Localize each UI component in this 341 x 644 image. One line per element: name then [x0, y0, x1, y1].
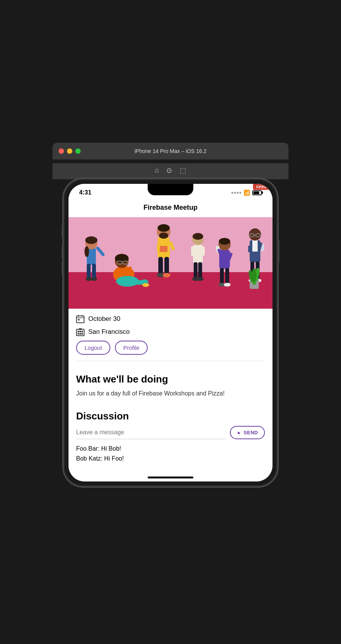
- date-row: October 30: [76, 315, 265, 323]
- svg-rect-48: [225, 268, 229, 285]
- chat-messages: Foo Bar: Hi Bob! Bob Katz: Hi Foo!: [76, 445, 265, 462]
- svg-point-10: [91, 277, 97, 281]
- svg-rect-37: [194, 262, 198, 279]
- send-label: SEND: [244, 430, 258, 435]
- svg-rect-29: [164, 257, 169, 275]
- minimize-dot[interactable]: [67, 148, 72, 154]
- rotate-icon[interactable]: ⬚: [180, 166, 186, 175]
- send-icon: ►: [237, 430, 241, 435]
- svg-point-24: [158, 224, 170, 232]
- status-bar: 4:31 📶 DEBUG: [69, 184, 272, 199]
- svg-point-50: [224, 283, 231, 287]
- what-body: Join us for a day full of Firebase Works…: [76, 389, 265, 398]
- hero-image: [69, 217, 272, 309]
- svg-rect-72: [78, 319, 80, 320]
- svg-rect-77: [78, 333, 79, 335]
- svg-point-43: [219, 238, 230, 245]
- svg-rect-35: [191, 246, 194, 256]
- profile-button[interactable]: Profile: [115, 341, 148, 355]
- send-button[interactable]: ► SEND: [230, 426, 265, 439]
- svg-point-31: [163, 273, 170, 277]
- svg-rect-8: [92, 264, 96, 279]
- svg-rect-68: [76, 316, 84, 323]
- logout-button[interactable]: Logout: [76, 341, 110, 355]
- svg-rect-28: [158, 257, 163, 275]
- signal-dot-1: [231, 192, 233, 194]
- signal-dots: [231, 192, 241, 194]
- iphone-frame: 4:31 📶 DEBUG Firebase Meetup: [64, 179, 277, 486]
- fullscreen-dot[interactable]: [75, 148, 81, 154]
- app-title: Firebase Meetup: [143, 204, 198, 211]
- home-indicator: [69, 473, 272, 481]
- mac-toolbar: ⌂ ⊙ ⬚: [53, 163, 288, 179]
- svg-point-40: [197, 277, 204, 281]
- home-icon[interactable]: ⌂: [155, 166, 159, 175]
- svg-point-4: [85, 236, 97, 244]
- mac-window-controls[interactable]: [59, 148, 81, 154]
- svg-rect-47: [220, 268, 224, 285]
- svg-point-34: [193, 233, 203, 240]
- status-icons: 📶: [231, 190, 262, 196]
- svg-rect-75: [80, 331, 81, 332]
- signal-dot-4: [239, 192, 241, 194]
- calendar-icon: [76, 315, 84, 323]
- what-heading: What we'll be doing: [76, 373, 265, 385]
- action-buttons: Logout Profile: [76, 341, 265, 355]
- home-bar: [148, 477, 193, 478]
- message-input[interactable]: [76, 426, 226, 439]
- svg-rect-36: [202, 246, 205, 256]
- svg-rect-32: [193, 245, 203, 263]
- message-input-row: ► SEND: [76, 426, 265, 439]
- hero-illustration: [69, 217, 272, 309]
- event-location: San Francisco: [88, 328, 130, 336]
- location-row: San Francisco: [76, 328, 265, 336]
- chat-message-1: Foo Bar: Hi Bob!: [76, 445, 265, 452]
- what-section: What we'll be doing Join us for a day fu…: [69, 373, 272, 410]
- svg-rect-73: [76, 329, 84, 336]
- svg-point-9: [86, 277, 92, 281]
- event-details: October 30 San Francisco Logout Profile: [69, 309, 272, 373]
- svg-rect-26: [157, 244, 160, 252]
- svg-rect-59: [248, 245, 251, 252]
- iphone-screen: 4:31 📶 DEBUG Firebase Meetup: [69, 184, 272, 481]
- svg-rect-78: [80, 333, 81, 335]
- window-title: iPhone 14 Pro Max – iOS 16.2: [134, 148, 206, 154]
- close-dot[interactable]: [59, 148, 64, 154]
- mac-titlebar: iPhone 14 Pro Max – iOS 16.2: [53, 143, 288, 159]
- svg-point-5: [84, 246, 89, 257]
- wifi-icon: 📶: [244, 190, 250, 196]
- signal-dot-2: [234, 192, 236, 194]
- svg-point-23: [159, 233, 168, 239]
- event-date: October 30: [88, 315, 120, 323]
- svg-rect-76: [81, 331, 83, 332]
- divider: [76, 361, 265, 361]
- app-title-bar: Firebase Meetup: [69, 199, 272, 217]
- discussion-section: Discussion ► SEND Foo Bar: Hi Bob! Bob K…: [69, 410, 272, 473]
- notch: [148, 184, 193, 195]
- signal-dot-3: [237, 192, 239, 194]
- svg-rect-52: [252, 240, 258, 252]
- svg-rect-79: [81, 333, 83, 335]
- battery-icon: [252, 190, 262, 195]
- discussion-heading: Discussion: [76, 410, 265, 422]
- svg-rect-1: [69, 272, 272, 309]
- svg-point-20: [142, 283, 149, 287]
- svg-rect-25: [159, 246, 167, 252]
- debug-badge: DEBUG: [253, 184, 272, 190]
- status-time: 4:31: [79, 189, 91, 196]
- screenshot-icon[interactable]: ⊙: [166, 166, 172, 175]
- svg-point-67: [252, 268, 257, 282]
- svg-rect-74: [78, 331, 79, 332]
- svg-rect-7: [87, 264, 91, 279]
- svg-rect-38: [198, 262, 202, 279]
- chat-message-2: Bob Katz: Hi Foo!: [76, 455, 265, 462]
- svg-point-53: [249, 228, 261, 241]
- battery-fill: [253, 191, 259, 194]
- building-icon: [76, 328, 84, 336]
